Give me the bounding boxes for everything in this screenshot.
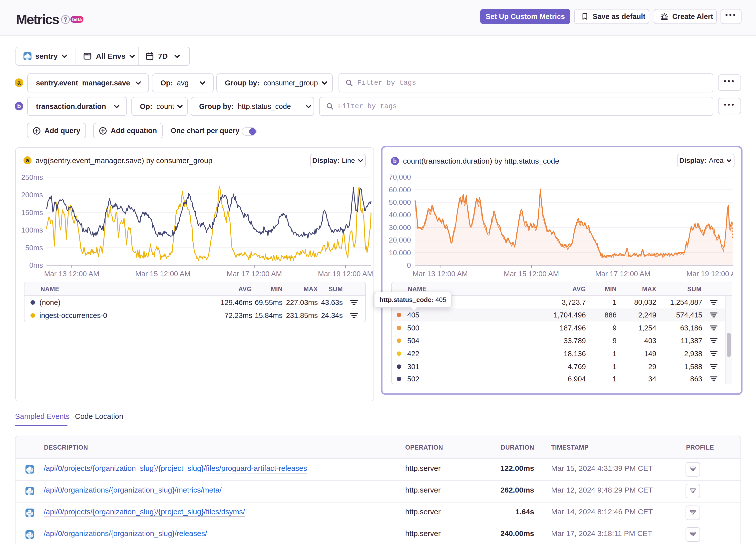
svg-text:Mar 13 12:00 AM: Mar 13 12:00 AM (44, 270, 99, 278)
svg-text:70,000: 70,000 (389, 173, 411, 181)
svg-text:200ms: 200ms (21, 191, 43, 199)
svg-text:0: 0 (407, 261, 411, 269)
svg-text:Mar 19 12:00 AM: Mar 19 12:00 AM (318, 270, 373, 278)
svg-text:20,000: 20,000 (389, 236, 411, 244)
svg-text:250ms: 250ms (21, 173, 43, 181)
svg-text:10,000: 10,000 (389, 249, 411, 257)
svg-text:Mar 15 12:00 AM: Mar 15 12:00 AM (504, 270, 559, 278)
svg-text:150ms: 150ms (21, 209, 43, 217)
svg-text:Mar 15 12:00 AM: Mar 15 12:00 AM (135, 270, 191, 278)
svg-text:30,000: 30,000 (389, 224, 411, 232)
svg-text:100ms: 100ms (21, 226, 43, 234)
svg-text:40,000: 40,000 (389, 211, 411, 219)
svg-text:50ms: 50ms (25, 244, 43, 252)
svg-text:50,000: 50,000 (389, 198, 411, 206)
svg-text:0ms: 0ms (29, 261, 43, 269)
svg-text:Mar 17 12:00 AM: Mar 17 12:00 AM (595, 270, 651, 278)
svg-text:Mar 13 12:00 AM: Mar 13 12:00 AM (413, 270, 468, 278)
svg-text:Mar 17 12:00 AM: Mar 17 12:00 AM (227, 270, 282, 278)
svg-text:Mar 19 12:00 AM: Mar 19 12:00 AM (687, 270, 733, 278)
svg-text:60,000: 60,000 (389, 186, 411, 194)
